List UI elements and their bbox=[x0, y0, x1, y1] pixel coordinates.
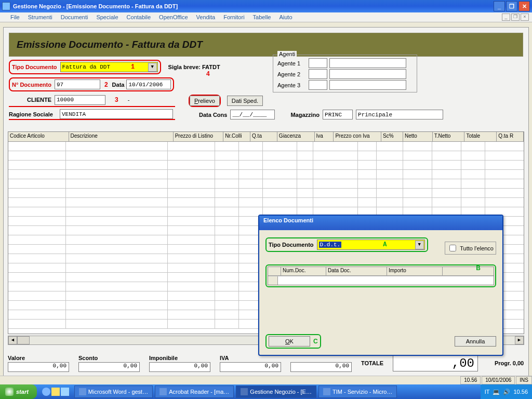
agente3-code[interactable] bbox=[309, 80, 327, 90]
agente2-desc[interactable] bbox=[329, 69, 406, 79]
taskbar-item[interactable]: Microsoft Word - gest… bbox=[74, 385, 153, 398]
col-2[interactable]: Prezzo di Listino bbox=[174, 132, 224, 141]
chevron-down-icon[interactable]: ▼ bbox=[415, 241, 424, 249]
menu-contabile[interactable]: Contabile bbox=[123, 14, 155, 21]
scroll-left-icon[interactable]: ◄ bbox=[8, 336, 17, 344]
table-row[interactable] bbox=[8, 151, 524, 161]
col-10[interactable]: T.Netto bbox=[433, 132, 465, 141]
menubar: FileStrumentiDocumentiSpecialeContabileO… bbox=[0, 12, 532, 22]
tray-network-icon[interactable]: 💻 bbox=[493, 389, 500, 395]
mdi-restore-icon[interactable]: ❐ bbox=[511, 14, 520, 21]
scroll-thumb[interactable] bbox=[17, 336, 30, 344]
menu-documenti[interactable]: Documenti bbox=[57, 14, 92, 21]
tutto-elenco-box[interactable]: Tutto l'elenco bbox=[445, 242, 496, 255]
cliente-label: CLIENTE bbox=[9, 97, 55, 103]
mdi-minimize-icon[interactable]: _ bbox=[502, 14, 510, 21]
tutto-elenco-checkbox[interactable] bbox=[449, 245, 456, 251]
agente1-code[interactable] bbox=[309, 58, 327, 68]
iva-value: 0,00 bbox=[220, 362, 281, 372]
tray-lang[interactable]: IT bbox=[485, 389, 490, 395]
prelievo-wrap: PPrelievorelievo bbox=[189, 95, 221, 107]
status-date: 10/01/2006 bbox=[482, 376, 515, 384]
agente2-code[interactable] bbox=[309, 69, 327, 79]
magazzino-desc-input[interactable] bbox=[356, 110, 443, 119]
window-titlebar: Gestione Negozio - [Emissione Documento … bbox=[0, 0, 532, 12]
page-banner: Emissione Documento - Fattura da DDT bbox=[9, 33, 523, 57]
totale-value: ,00 bbox=[393, 355, 478, 371]
col-9[interactable]: Netto bbox=[403, 132, 433, 141]
taskbar-item[interactable]: Gestione Negozio - [E… bbox=[236, 385, 316, 398]
taskbar-item[interactable]: TIM - Servizio - Micro… bbox=[318, 385, 397, 398]
col-0[interactable]: Codice Articolo bbox=[8, 132, 69, 141]
page-title: Emissione Documento - Fattura da DDT bbox=[17, 39, 203, 50]
close-button[interactable]: ✕ bbox=[518, 1, 530, 11]
chevron-down-icon[interactable]: ▼ bbox=[148, 63, 157, 72]
table-row[interactable] bbox=[8, 198, 524, 207]
menu-tabelle[interactable]: Tabelle bbox=[249, 14, 275, 21]
col-7[interactable]: Prezzo con Iva bbox=[334, 132, 381, 141]
totals-bar: Valore0,00 Sconto0,00 Imponibile0,00 IVA… bbox=[8, 353, 524, 374]
col-3[interactable]: Nr.Colli bbox=[223, 132, 250, 141]
col-11[interactable]: Totale bbox=[464, 132, 497, 141]
col-1[interactable]: Descrizione bbox=[69, 132, 174, 141]
scroll-right-icon[interactable]: ► bbox=[515, 336, 524, 344]
col-6[interactable]: Iva bbox=[315, 132, 334, 141]
magazzino-code-input[interactable] bbox=[323, 110, 353, 119]
table-row[interactable] bbox=[8, 189, 524, 198]
tipo-documento-combo[interactable]: Fattura da DDT 1 ▼ bbox=[60, 62, 158, 72]
col-8[interactable]: Sc% bbox=[381, 132, 403, 141]
sconto-value: 0,00 bbox=[78, 362, 140, 372]
table-row[interactable] bbox=[8, 170, 524, 179]
col-12[interactable]: Q.ta R bbox=[497, 132, 524, 141]
table-row[interactable] bbox=[8, 161, 524, 170]
data-input[interactable] bbox=[126, 79, 171, 89]
menu-strumenti[interactable]: Strumenti bbox=[24, 14, 57, 21]
menu-aiuto[interactable]: Aiuto bbox=[275, 14, 296, 21]
system-tray: IT 💻 🔊 10.56 bbox=[481, 384, 532, 399]
mdi-close-icon[interactable]: × bbox=[521, 14, 529, 21]
status-time: 10.56 bbox=[460, 376, 481, 384]
ie-icon[interactable] bbox=[42, 388, 50, 396]
elenco-documenti-dialog: Elenco Documenti Tipo Documento D.d.t. A… bbox=[258, 215, 503, 356]
dialog-doc-list[interactable]: Num.Doc. Data Doc. Importo bbox=[268, 267, 494, 285]
tipo-documento-label: Tipo Documento bbox=[12, 64, 57, 70]
magazzino-label: Magazzino bbox=[290, 112, 320, 118]
start-button[interactable]: start bbox=[0, 384, 37, 399]
sigla-breve-label: Sigla breve: FATDT bbox=[168, 64, 220, 70]
app-icon bbox=[2, 2, 10, 10]
agente3-desc[interactable] bbox=[329, 80, 406, 90]
tray-volume-icon[interactable]: 🔊 bbox=[503, 389, 510, 395]
agenti-legend: Agenti bbox=[277, 51, 297, 57]
data-cons-label: Data Cons bbox=[199, 112, 227, 118]
windows-logo-icon bbox=[5, 388, 14, 396]
menu-vendita[interactable]: Vendita bbox=[192, 14, 220, 21]
menu-speciale[interactable]: Speciale bbox=[92, 14, 122, 21]
numero-documento-label: N° Documento bbox=[12, 82, 51, 88]
table-row[interactable] bbox=[8, 179, 524, 189]
menu-file[interactable]: File bbox=[6, 14, 24, 21]
menu-openoffice[interactable]: OpenOffice bbox=[155, 14, 192, 21]
dialog-tipo-group: Tipo Documento D.d.t. A ▼ bbox=[265, 237, 428, 252]
menu-fornitori[interactable]: Fornitori bbox=[219, 14, 248, 21]
dati-sped-button[interactable]: Dati Sped. bbox=[227, 96, 263, 106]
maximize-button[interactable]: ❐ bbox=[506, 1, 517, 11]
dialog-annulla-button[interactable]: Annulla bbox=[455, 336, 496, 347]
ragione-sociale-input[interactable] bbox=[60, 109, 173, 119]
agente1-desc[interactable] bbox=[329, 58, 406, 68]
media-icon[interactable] bbox=[61, 388, 69, 396]
table-row[interactable] bbox=[8, 142, 524, 151]
taskbar-item[interactable]: Acrobat Reader - [ma… bbox=[155, 385, 234, 398]
valore-value: 0,00 bbox=[8, 362, 69, 372]
col-4[interactable]: Q.ta bbox=[250, 132, 277, 141]
data-cons-input[interactable] bbox=[230, 110, 275, 119]
cliente-input[interactable] bbox=[55, 95, 105, 105]
numero-documento-input[interactable] bbox=[55, 79, 100, 89]
prelievo-button[interactable]: PPrelievorelievo bbox=[190, 96, 220, 106]
dialog-ok-button[interactable]: OK bbox=[269, 336, 310, 347]
minimize-button[interactable]: _ bbox=[494, 1, 505, 11]
dialog-tipo-combo[interactable]: D.d.t. A ▼ bbox=[317, 240, 425, 250]
explorer-icon[interactable] bbox=[51, 388, 60, 396]
col-5[interactable]: Giacenza bbox=[277, 132, 315, 141]
iva2-value: 0,00 bbox=[290, 362, 352, 372]
status-ins: INS bbox=[516, 376, 532, 384]
